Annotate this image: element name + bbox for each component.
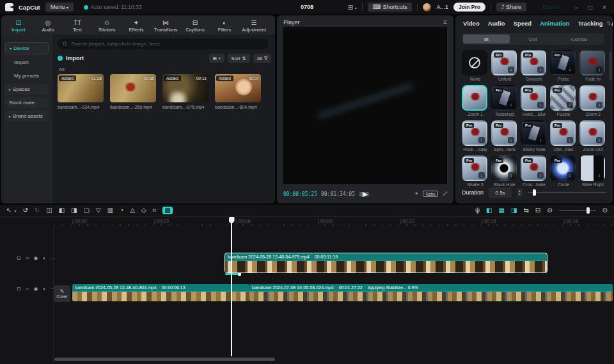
- tab-transitions[interactable]: ⋈Transitions: [152, 17, 179, 35]
- duration-value[interactable]: 0.5s: [489, 187, 512, 198]
- animation-preset-circle[interactable]: Pro↓Circle: [550, 155, 577, 187]
- sidebar-item-stock-mate-[interactable]: Stock mate...: [5, 97, 49, 108]
- timeline-horizontal-scrollbar[interactable]: [54, 358, 275, 361]
- media-item[interactable]: Added01:28bandicam...-024.mp4: [58, 74, 104, 109]
- duration-stepper[interactable]: ▴▾: [517, 188, 523, 197]
- maximize-button[interactable]: □: [586, 4, 595, 11]
- tab-text[interactable]: TTText: [64, 17, 91, 35]
- tab-import[interactable]: ⊡Import: [5, 17, 32, 35]
- focus-icon[interactable]: ⌖: [415, 191, 418, 197]
- animation-preset-none[interactable]: None: [462, 50, 489, 81]
- shortcuts-button[interactable]: ⌨ Shortcuts: [368, 3, 413, 12]
- timeline-clip[interactable]: bandicam 2024-07-08 10-05-58-024.mp400:0…: [249, 284, 613, 301]
- timeline-ruler[interactable]: 00:0000:0300:0600:0900:1200:1500:18: [54, 217, 614, 226]
- animation-preset-unfold[interactable]: Pro↓Unfold: [491, 50, 518, 81]
- export-button[interactable]: ↑Export: [531, 3, 567, 12]
- play-button[interactable]: ▶: [363, 190, 368, 198]
- animation-preset-spin-here[interactable]: Pro↓Spin...here: [491, 120, 518, 152]
- tab-effects[interactable]: ✦Effects: [123, 17, 150, 35]
- sidebar-item-device[interactable]: ▾Device: [5, 42, 49, 54]
- animation-preset-rock-cally[interactable]: Pro↓Rock ...cally: [462, 120, 489, 152]
- timeline-clip[interactable]: bandicam 2024-05-28 12-48-40-804.mp400:0…: [72, 284, 249, 301]
- rotate-button[interactable]: ◇: [141, 207, 146, 214]
- filter-button[interactable]: All∇: [253, 54, 271, 63]
- animation-preset-zoom-1[interactable]: Zoom 1: [462, 85, 489, 116]
- animation-preset-swoosh[interactable]: Pro↓Swoosh: [521, 50, 547, 81]
- avatar[interactable]: [423, 3, 431, 12]
- media-item[interactable]: Added00:07bandicam...-804.mp4: [215, 74, 261, 109]
- tab-overflow-icon[interactable]: ⇅: [606, 20, 611, 26]
- sidebar-item-brand-assets[interactable]: ▸Brand assets: [5, 111, 49, 122]
- sidebar-item-spaces[interactable]: ▸Spaces: [5, 84, 49, 95]
- render-preview-button[interactable]: ⊟: [535, 207, 540, 214]
- select-tool-button[interactable]: ↖: [6, 207, 12, 214]
- close-button[interactable]: ×: [600, 4, 609, 11]
- animation-preset-cros-hake[interactable]: Pro↓Cros...hake: [521, 155, 547, 187]
- player-menu-icon[interactable]: ≡: [443, 19, 447, 26]
- speed-button[interactable]: ◔: [120, 207, 123, 214]
- tab-adjustment[interactable]: ☰Adjustment: [240, 17, 267, 35]
- zoom-fit-button[interactable]: ⊙: [602, 207, 608, 214]
- tab-animation[interactable]: Animation: [540, 20, 569, 27]
- timeline-clip[interactable]: bandicam 2024-05-28 12-48-54-975.mp400:0…: [225, 253, 547, 273]
- animation-preset-fade-in[interactable]: ↓Fade In: [579, 50, 606, 81]
- animation-preset-zoom-out[interactable]: ↓Zoom Out: [579, 120, 606, 152]
- media-item[interactable]: 00:36bandicam...-269.mp4: [110, 74, 156, 109]
- tab-video[interactable]: Video: [463, 20, 480, 27]
- animation-preset-obli-ines[interactable]: Pro↓Obli...ines: [550, 120, 577, 152]
- auto-snap-button[interactable]: ▦: [499, 207, 505, 214]
- duration-slider[interactable]: [528, 192, 606, 193]
- fullscreen-icon[interactable]: ⤢: [443, 191, 447, 197]
- join-pro-button[interactable]: Join Pro: [453, 3, 485, 12]
- split-button[interactable]: ◫: [46, 207, 52, 214]
- animation-preset-sticky-note[interactable]: Pro↓Sticky Note: [521, 120, 547, 152]
- tab-adju[interactable]: Adju: [611, 20, 613, 27]
- playhead[interactable]: [231, 217, 232, 356]
- cover-button[interactable]: ✎ Cover: [54, 285, 70, 302]
- animation-preset-puzzle[interactable]: Pro↓Puzzle: [550, 85, 577, 116]
- mirror-button[interactable]: ▥: [107, 207, 113, 214]
- animation-preset-horiz-blur[interactable]: Pro↓Horiz... Blur: [521, 85, 547, 116]
- video-preview[interactable]: [283, 27, 447, 184]
- tab-captions[interactable]: ⊟Captions: [182, 17, 209, 35]
- crop-button[interactable]: ⌗: [153, 207, 157, 214]
- adapt-button[interactable]: ⇆: [523, 207, 528, 214]
- tab-filters[interactable]: ◐Filters: [211, 17, 238, 35]
- sidebar-item-my-presets[interactable]: My presets: [5, 70, 49, 81]
- animation-preset-black-hole[interactable]: Pro↓Black Hole: [491, 155, 518, 187]
- view-mode-button[interactable]: ⊞▾: [209, 54, 224, 63]
- mask-button[interactable]: ▽: [96, 207, 101, 214]
- layout-icon[interactable]: ⊞ ▾: [348, 4, 357, 11]
- audio-button[interactable]: △: [130, 207, 135, 214]
- redo-button[interactable]: ↻: [35, 207, 40, 214]
- duration-slider-handle[interactable]: [533, 189, 536, 196]
- search-input[interactable]: [71, 41, 264, 47]
- sort-button[interactable]: Sort⇅: [228, 54, 250, 63]
- timeline-zoom-handle[interactable]: [586, 207, 590, 214]
- ratio-button[interactable]: Ratio: [423, 191, 437, 197]
- trim-left-button[interactable]: ◧: [59, 207, 65, 214]
- main-track-magnet-button[interactable]: ◧: [486, 207, 492, 214]
- link-button[interactable]: ◨: [511, 207, 517, 214]
- tab-stickers[interactable]: ✩Stickers: [93, 17, 120, 35]
- timeline-zoom-slider[interactable]: [559, 210, 596, 211]
- tab-speed[interactable]: Speed: [514, 20, 532, 27]
- tab-tracking[interactable]: Tracking: [578, 20, 603, 27]
- preview-axis-button[interactable]: ▩: [162, 207, 172, 214]
- subtab-combo[interactable]: Combo: [556, 35, 602, 44]
- menu-button[interactable]: Menu ▾: [45, 3, 74, 12]
- delete-button[interactable]: ▢: [84, 207, 90, 214]
- media-item[interactable]: Added00:12bandicam...-975.mp4: [162, 74, 209, 109]
- tab-audio[interactable]: ◎Audio: [35, 17, 61, 35]
- zoom-out-button[interactable]: ⊖: [547, 207, 552, 214]
- sidebar-item-import[interactable]: Import: [5, 57, 49, 68]
- record-voiceover-button[interactable]: ψ: [475, 207, 480, 214]
- animation-preset-pulse[interactable]: Pro↓Pulse: [550, 50, 577, 81]
- in-animation-marker[interactable]: [225, 273, 239, 275]
- animation-preset-slide-right[interactable]: ↓Slide Right: [579, 155, 606, 187]
- animation-preset-tesseract[interactable]: Pro↓Tesseract: [491, 85, 518, 116]
- minimize-button[interactable]: –: [572, 4, 581, 11]
- share-button[interactable]: ⤴ Share: [496, 3, 526, 12]
- trim-right-button[interactable]: ◨: [71, 207, 77, 214]
- undo-button[interactable]: ↺: [22, 207, 28, 214]
